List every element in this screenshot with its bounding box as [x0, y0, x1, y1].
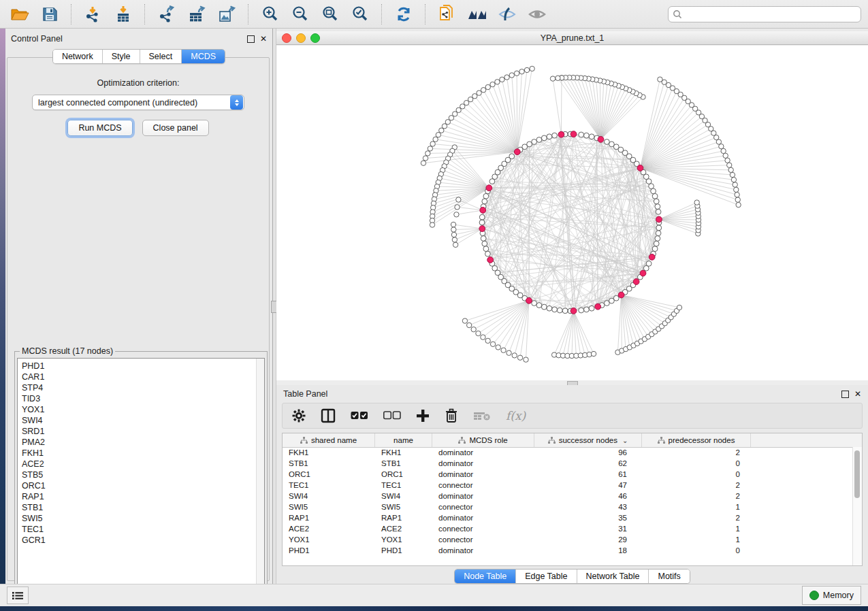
- tab-motifs[interactable]: Motifs: [649, 569, 689, 583]
- mcds-result-item[interactable]: ORC1: [22, 480, 264, 491]
- mcds-result-item[interactable]: TID3: [22, 393, 264, 404]
- save-button[interactable]: [37, 3, 63, 26]
- import-table-button[interactable]: [110, 3, 136, 26]
- zoom-selected-button[interactable]: [347, 3, 373, 26]
- column-header-predecessor-nodes[interactable]: predecessor nodes: [642, 433, 751, 447]
- mcds-result-item[interactable]: FKH1: [22, 448, 264, 459]
- task-history-button[interactable]: [7, 587, 29, 604]
- mcds-result-item[interactable]: PMA2: [22, 437, 264, 448]
- table-row[interactable]: SWI5SWI5connector431: [283, 501, 853, 512]
- show-all-button[interactable]: [524, 3, 550, 26]
- mcds-result-item[interactable]: CAR1: [22, 371, 264, 382]
- optimization-criterion-select[interactable]: largest connected component (undirected): [32, 95, 244, 110]
- zoom-fit-button[interactable]: [317, 3, 343, 26]
- mcds-tab-content: Optimization criterion: largest connecte…: [7, 57, 270, 581]
- table-row[interactable]: ORC1ORC1dominator610: [283, 469, 853, 480]
- export-table-button[interactable]: [184, 3, 210, 26]
- mcds-result-item[interactable]: STB1: [22, 502, 264, 513]
- table-cell: 0: [642, 459, 751, 467]
- close-panel-icon[interactable]: ✕: [854, 390, 861, 398]
- mcds-result-item[interactable]: YOX1: [22, 404, 264, 415]
- table-row[interactable]: ACE2ACE2connector311: [283, 523, 853, 534]
- float-panel-icon[interactable]: [247, 35, 255, 43]
- close-panel-icon[interactable]: ✕: [260, 35, 267, 43]
- export-image-button[interactable]: [214, 3, 240, 26]
- column-type-icon: [548, 437, 556, 444]
- mcds-result-item[interactable]: RAP1: [22, 491, 264, 502]
- mcds-result-item[interactable]: STP4: [22, 382, 264, 393]
- table-row[interactable]: STB1STB1dominator620: [283, 458, 853, 469]
- table-cell: 46: [534, 492, 642, 500]
- tab-network[interactable]: Network: [53, 50, 103, 63]
- mcds-result-item[interactable]: GCR1: [22, 535, 264, 546]
- memory-button[interactable]: Memory: [802, 586, 861, 605]
- network-graph[interactable]: [276, 46, 868, 382]
- mcds-list-scrollbar[interactable]: [256, 359, 264, 597]
- new-network-from-selection-button[interactable]: [434, 3, 460, 26]
- column-type-icon: [658, 437, 665, 444]
- show-all-icon: [528, 7, 547, 22]
- mcds-result-item[interactable]: SWI5: [22, 513, 264, 524]
- float-panel-icon[interactable]: [841, 391, 849, 398]
- first-neighbors-button[interactable]: [464, 3, 490, 26]
- search-input[interactable]: [685, 9, 856, 20]
- toolbar-separator: [71, 4, 72, 24]
- network-canvas[interactable]: [276, 46, 868, 382]
- tab-select[interactable]: Select: [140, 50, 182, 63]
- tab-mcds[interactable]: MCDS: [182, 50, 225, 63]
- tab-edge-table[interactable]: Edge Table: [516, 569, 577, 583]
- zoom-in-button[interactable]: [257, 3, 283, 26]
- table-panel-header: Table Panel ✕: [276, 385, 868, 401]
- column-header-filler: [751, 433, 862, 447]
- network-window-title: YPA_prune.txt_1: [276, 33, 868, 43]
- tab-network-table[interactable]: Network Table: [577, 569, 649, 583]
- table-cell: STB1: [283, 459, 375, 467]
- table-scrollbar-thumb[interactable]: [854, 450, 860, 498]
- mcds-result-item[interactable]: SWI4: [22, 415, 264, 426]
- close-panel-button[interactable]: Close panel: [142, 120, 209, 136]
- deselect-all-rows-icon[interactable]: [383, 411, 401, 420]
- table-row[interactable]: YOX1YOX1connector291: [283, 534, 853, 545]
- column-label: shared name: [311, 436, 357, 444]
- column-header-name[interactable]: name: [375, 433, 432, 447]
- table-row[interactable]: TEC1TEC1connector472: [283, 480, 853, 491]
- run-mcds-button[interactable]: Run MCDS: [67, 120, 132, 136]
- table-cell: SWI4: [375, 492, 432, 500]
- table-cell: ACE2: [283, 525, 375, 533]
- table-settings-gear-icon[interactable]: [292, 409, 306, 423]
- tab-style[interactable]: Style: [103, 50, 140, 63]
- tab-node-table[interactable]: Node Table: [455, 569, 516, 583]
- column-sort-chevron-icon[interactable]: ⌄: [622, 437, 628, 444]
- import-network-button[interactable]: [80, 3, 106, 26]
- table-cell: STB1: [375, 459, 432, 467]
- zoom-out-button[interactable]: [287, 3, 313, 26]
- open-file-button[interactable]: [7, 3, 33, 26]
- hide-selected-button[interactable]: [494, 3, 520, 26]
- add-column-icon[interactable]: [416, 409, 430, 423]
- horizontal-splitter[interactable]: [276, 380, 868, 385]
- table-panel: Table Panel ✕: [276, 385, 868, 584]
- mcds-result-list[interactable]: PHD1CAR1STP4TID3YOX1SWI4SRD1PMA2FKH1ACE2…: [17, 358, 265, 597]
- export-network-button[interactable]: [154, 3, 180, 26]
- search-box[interactable]: [668, 6, 861, 22]
- column-header-successor-nodes[interactable]: successor nodes ⌄: [534, 433, 642, 447]
- column-header-shared-name[interactable]: shared name: [283, 433, 375, 447]
- mcds-result-item[interactable]: ACE2: [22, 459, 264, 469]
- column-header-mcds-role[interactable]: MCDS role: [432, 433, 534, 447]
- mcds-result-item[interactable]: PHD1: [22, 361, 264, 371]
- table-row[interactable]: RAP1RAP1dominator352: [283, 512, 853, 523]
- table-scrollbar[interactable]: [852, 447, 862, 565]
- delete-column-trash-icon[interactable]: [445, 408, 458, 423]
- mcds-result-item[interactable]: STB5: [22, 469, 264, 480]
- select-all-rows-icon[interactable]: [351, 411, 368, 420]
- table-cell: dominator: [432, 514, 534, 522]
- mcds-result-item[interactable]: SRD1: [22, 426, 264, 437]
- refresh-button[interactable]: [391, 3, 417, 26]
- table-row[interactable]: SWI4SWI4dominator462: [283, 491, 853, 501]
- mcds-result-item[interactable]: TEC1: [22, 524, 264, 535]
- zoom-out-icon: [291, 5, 309, 23]
- show-columns-icon[interactable]: [321, 408, 336, 423]
- table-cell: ORC1: [375, 470, 432, 478]
- table-row[interactable]: FKH1FKH1dominator962: [283, 447, 853, 458]
- table-row[interactable]: PHD1PHD1dominator180: [283, 545, 853, 556]
